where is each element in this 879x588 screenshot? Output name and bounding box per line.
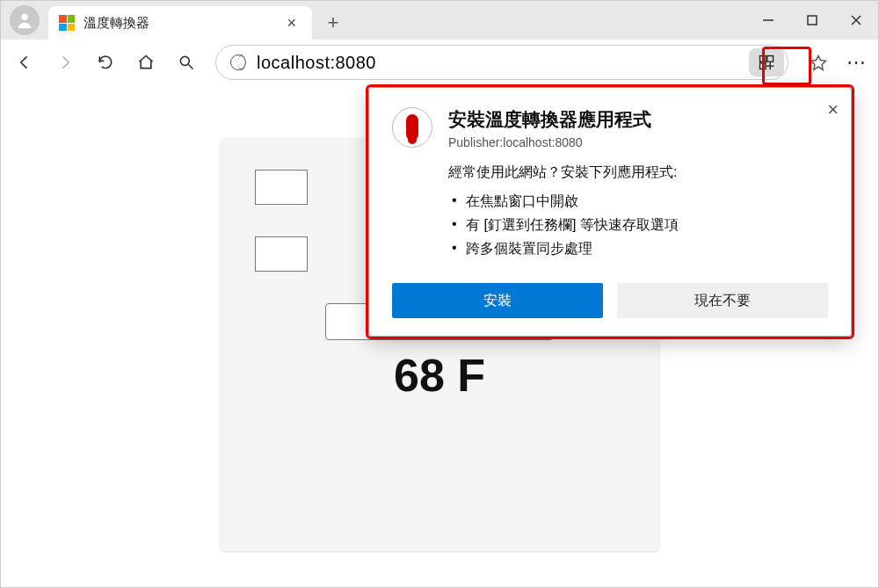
thermometer-icon bbox=[392, 107, 432, 148]
window-minimize-button[interactable] bbox=[746, 1, 790, 40]
popup-title: 安裝溫度轉換器應用程式 bbox=[448, 107, 651, 132]
new-tab-button[interactable]: + bbox=[317, 7, 349, 39]
install-app-popup: × 安裝溫度轉換器應用程式 Publisher:localhost:8080 經… bbox=[368, 87, 852, 337]
svg-rect-8 bbox=[767, 56, 774, 62]
address-url: localhost:8080 bbox=[257, 53, 376, 73]
popup-actions: 安裝 現在不要 bbox=[392, 283, 828, 318]
not-now-button[interactable]: 現在不要 bbox=[617, 283, 828, 318]
popup-feature-item: 跨多個裝置同步處理 bbox=[448, 240, 828, 258]
svg-marker-12 bbox=[811, 56, 826, 70]
title-bar: 溫度轉換器 × + bbox=[1, 1, 878, 40]
nav-search-button[interactable] bbox=[168, 44, 205, 81]
result-text: 68 F bbox=[394, 349, 485, 402]
browser-tab[interactable]: 溫度轉換器 × bbox=[48, 6, 312, 40]
popup-feature-list: 在焦點窗口中開啟 有 [釘選到任務欄] 等快速存取選項 跨多個裝置同步處理 bbox=[448, 192, 828, 258]
popup-publisher: Publisher:localhost:8080 bbox=[448, 135, 651, 149]
address-bar[interactable]: localhost:8080 bbox=[215, 45, 788, 80]
install-app-button[interactable] bbox=[749, 48, 784, 76]
svg-point-0 bbox=[21, 14, 27, 20]
svg-rect-2 bbox=[808, 16, 817, 25]
favorite-button[interactable] bbox=[803, 47, 834, 78]
popup-close-button[interactable]: × bbox=[827, 98, 839, 121]
install-button[interactable]: 安裝 bbox=[392, 283, 603, 318]
popup-feature-item: 在焦點窗口中開啟 bbox=[448, 192, 828, 211]
tab-close-button[interactable]: × bbox=[281, 14, 301, 33]
microsoft-logo-icon bbox=[59, 15, 75, 31]
window-close-button[interactable] bbox=[834, 1, 878, 40]
svg-point-5 bbox=[180, 56, 189, 65]
nav-home-button[interactable] bbox=[127, 44, 164, 81]
nav-refresh-button[interactable] bbox=[87, 44, 124, 81]
tab-title: 溫度轉換器 bbox=[84, 15, 149, 32]
toolbar: localhost:8080 ⋯ bbox=[1, 40, 878, 85]
svg-line-6 bbox=[189, 65, 193, 69]
site-info-icon[interactable] bbox=[230, 54, 246, 70]
popup-header: 安裝溫度轉換器應用程式 Publisher:localhost:8080 bbox=[392, 107, 828, 149]
more-menu-button[interactable]: ⋯ bbox=[841, 47, 873, 78]
temperature-input-1[interactable] bbox=[255, 170, 308, 205]
svg-rect-7 bbox=[760, 56, 766, 62]
popup-description: 經常使用此網站？安裝下列應用程式: bbox=[448, 163, 828, 182]
nav-back-button[interactable] bbox=[6, 44, 43, 81]
window-controls bbox=[746, 1, 878, 40]
window-maximize-button[interactable] bbox=[790, 1, 834, 40]
temperature-input-2[interactable] bbox=[255, 236, 308, 272]
nav-forward-button bbox=[47, 44, 84, 81]
profile-avatar[interactable] bbox=[10, 5, 40, 35]
popup-feature-item: 有 [釘選到任務欄] 等快速存取選項 bbox=[448, 216, 828, 235]
svg-rect-9 bbox=[760, 63, 766, 69]
